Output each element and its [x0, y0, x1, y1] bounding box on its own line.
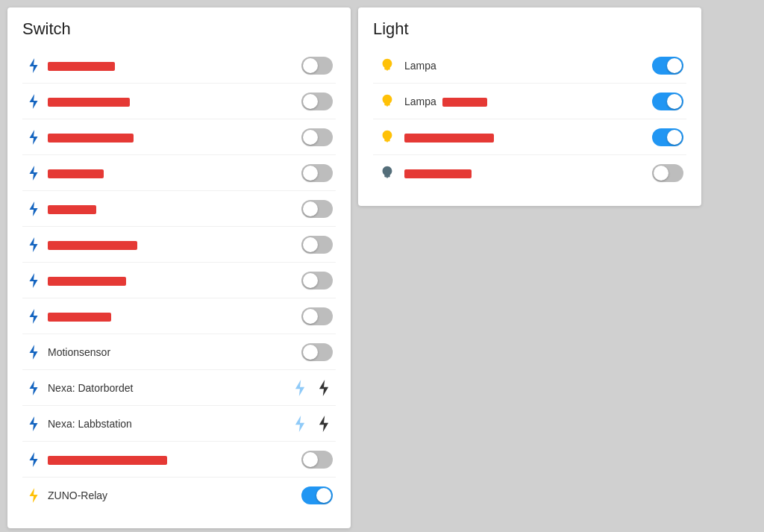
- list-item: [22, 84, 336, 119]
- item-label: [48, 167, 301, 179]
- toggle-switch[interactable]: [301, 164, 333, 182]
- bolt-icon: [25, 237, 42, 252]
- item-actions: [301, 486, 333, 504]
- svg-marker-12: [29, 416, 37, 431]
- item-actions: [291, 415, 333, 433]
- list-item: ZUNO-Relay: [22, 478, 336, 513]
- item-actions: [301, 343, 333, 361]
- svg-marker-16: [29, 488, 37, 503]
- light-card: Light Lampa Lampa: [358, 7, 701, 206]
- item-actions: [652, 164, 683, 182]
- svg-marker-8: [29, 345, 37, 360]
- item-actions: [301, 93, 333, 110]
- list-item: [22, 119, 336, 155]
- toggle-switch[interactable]: [301, 343, 333, 361]
- list-item: [22, 263, 336, 298]
- item-label: [48, 131, 301, 143]
- list-item: Lampa: [373, 84, 686, 119]
- svg-marker-6: [29, 273, 37, 288]
- list-item: [22, 442, 336, 478]
- list-item: [22, 227, 336, 263]
- bolt-icon: [25, 130, 42, 145]
- light-card-title: Light: [373, 19, 686, 39]
- toggle-switch[interactable]: [652, 164, 683, 182]
- switch-card: Switch: [7, 7, 351, 528]
- item-actions: [301, 236, 333, 254]
- toggle-switch[interactable]: [301, 200, 333, 218]
- toggle-switch[interactable]: [301, 307, 333, 325]
- svg-marker-9: [29, 381, 37, 395]
- toggle-switch[interactable]: [652, 128, 683, 146]
- toggle-switch[interactable]: [652, 93, 683, 110]
- svg-marker-1: [29, 94, 37, 109]
- bulb-yellow-icon: [376, 93, 398, 110]
- nexa-bolt-dark-icon[interactable]: [315, 415, 333, 433]
- bulb-yellow-icon: [376, 57, 398, 74]
- item-actions: [652, 93, 683, 110]
- item-label: Nexa: Labbstation: [48, 418, 291, 430]
- bolt-icon: [25, 166, 42, 181]
- bulb-yellow-icon: [376, 129, 398, 145]
- nexa-bolt-dark-icon[interactable]: [315, 379, 333, 397]
- item-label: ZUNO-Relay: [48, 489, 301, 501]
- bolt-icon: [25, 381, 42, 395]
- svg-marker-11: [319, 380, 328, 396]
- toggle-switch[interactable]: [652, 57, 683, 75]
- item-actions: [301, 164, 333, 182]
- item-actions: [301, 128, 333, 146]
- list-item: Lampa: [373, 48, 686, 84]
- svg-marker-2: [29, 130, 37, 145]
- nexa-bolt-blue-icon[interactable]: [291, 415, 309, 433]
- nexa-bolt-blue-icon[interactable]: [291, 379, 309, 397]
- toggle-switch[interactable]: [301, 236, 333, 254]
- item-label: [48, 239, 301, 251]
- item-actions: [301, 451, 333, 469]
- svg-marker-14: [319, 416, 328, 432]
- bolt-icon: [25, 273, 42, 288]
- svg-marker-15: [29, 452, 37, 467]
- item-label: [48, 275, 301, 287]
- toggle-switch[interactable]: [301, 57, 333, 75]
- list-item: [22, 191, 336, 227]
- bolt-icon: [25, 309, 42, 324]
- item-label: [404, 167, 652, 179]
- item-actions: [652, 128, 683, 146]
- svg-marker-13: [295, 416, 304, 432]
- item-actions: [301, 307, 333, 325]
- item-label: [48, 60, 301, 72]
- item-actions: [291, 379, 333, 397]
- list-item: Motionsensor: [22, 334, 336, 370]
- svg-marker-10: [295, 380, 304, 396]
- item-actions: [301, 272, 333, 290]
- bolt-icon: [25, 58, 42, 73]
- item-label: [404, 131, 652, 143]
- item-actions: [301, 57, 333, 75]
- bolt-icon: [25, 416, 42, 431]
- item-label: [48, 96, 301, 107]
- list-item: [373, 155, 686, 191]
- svg-marker-3: [29, 166, 37, 181]
- item-label: Nexa: Datorbordet: [48, 382, 291, 394]
- list-item: [22, 298, 336, 334]
- bolt-icon: [25, 201, 42, 216]
- list-item: Nexa: Labbstation: [22, 406, 336, 442]
- item-label: Lampa: [404, 60, 652, 72]
- item-label: [48, 310, 301, 322]
- list-item: [22, 48, 336, 84]
- list-item: [22, 155, 336, 191]
- bolt-yellow-icon: [25, 488, 42, 503]
- toggle-switch[interactable]: [301, 486, 333, 504]
- list-item: Nexa: Datorbordet: [22, 370, 336, 406]
- bulb-dark-icon: [376, 165, 398, 181]
- bolt-icon: [25, 94, 42, 109]
- svg-marker-0: [29, 58, 37, 73]
- item-label: Motionsensor: [48, 346, 301, 358]
- toggle-switch[interactable]: [301, 451, 333, 469]
- toggle-switch[interactable]: [301, 93, 333, 110]
- item-label: [48, 203, 301, 215]
- toggle-switch[interactable]: [301, 128, 333, 146]
- item-actions: [652, 57, 683, 75]
- item-label: [48, 454, 301, 466]
- toggle-switch[interactable]: [301, 272, 333, 290]
- svg-marker-5: [29, 237, 37, 252]
